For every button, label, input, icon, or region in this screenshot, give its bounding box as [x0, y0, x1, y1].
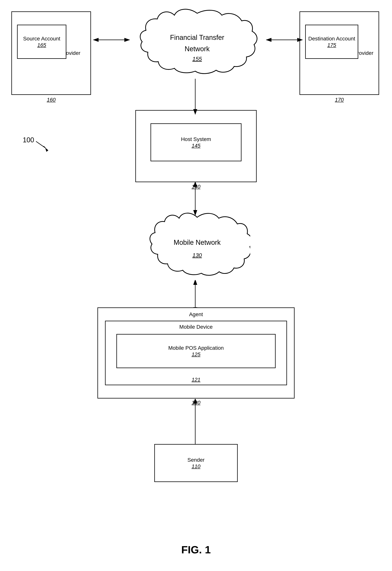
arrow-network-to-mtp: [190, 77, 201, 115]
dest-provider-id: 170: [299, 97, 379, 103]
agent-label: Agent: [98, 311, 294, 318]
mobile-pos-id: 125: [192, 351, 201, 358]
mobile-network-cloud: Mobile Network 130: [144, 209, 250, 281]
svg-text:155: 155: [192, 56, 202, 62]
mobile-pos-label: Mobile POS Application: [168, 345, 224, 351]
sender-label: Sender: [187, 457, 205, 463]
system-100-label: 100: [21, 137, 63, 159]
sender-box: Sender 110: [154, 444, 238, 482]
svg-text:Mobile Network: Mobile Network: [174, 239, 221, 246]
dest-account-id: 175: [327, 42, 336, 48]
host-system-id: 145: [192, 143, 201, 149]
arrow-agent-to-sender: [190, 399, 201, 450]
host-system-label: Host System: [181, 136, 211, 143]
mobile-device-label: Mobile Device: [106, 324, 286, 331]
svg-text:Network: Network: [185, 45, 210, 53]
financial-network-cloud: Financial Transfer Network 155: [129, 6, 265, 78]
source-provider-id: 160: [11, 97, 91, 103]
figure-label: FIG. 1: [181, 543, 211, 556]
diagram: Source Account Provider Source Account 1…: [0, 0, 392, 571]
arrow-source-to-network: [91, 37, 132, 43]
svg-text:130: 130: [192, 252, 202, 258]
source-account-id: 165: [37, 42, 46, 48]
mobile-pos-box: Mobile POS Application 125: [116, 334, 276, 368]
arrow-network-to-dest: [264, 37, 305, 43]
svg-marker-23: [45, 148, 48, 152]
dest-account-label: Destination Account: [308, 35, 355, 42]
source-account-box: Source Account 165: [17, 25, 66, 59]
arrow-mtp-to-mobile-network: [190, 182, 201, 215]
svg-text:Financial Transfer: Financial Transfer: [170, 34, 224, 41]
source-account-label: Source Account: [23, 35, 60, 42]
host-system-box: Host System 145: [151, 123, 241, 161]
dest-account-box: Destination Account 175: [305, 25, 358, 59]
svg-text:100: 100: [23, 137, 34, 144]
mobile-device-id: 121: [106, 377, 286, 383]
sender-id: 110: [192, 463, 201, 469]
